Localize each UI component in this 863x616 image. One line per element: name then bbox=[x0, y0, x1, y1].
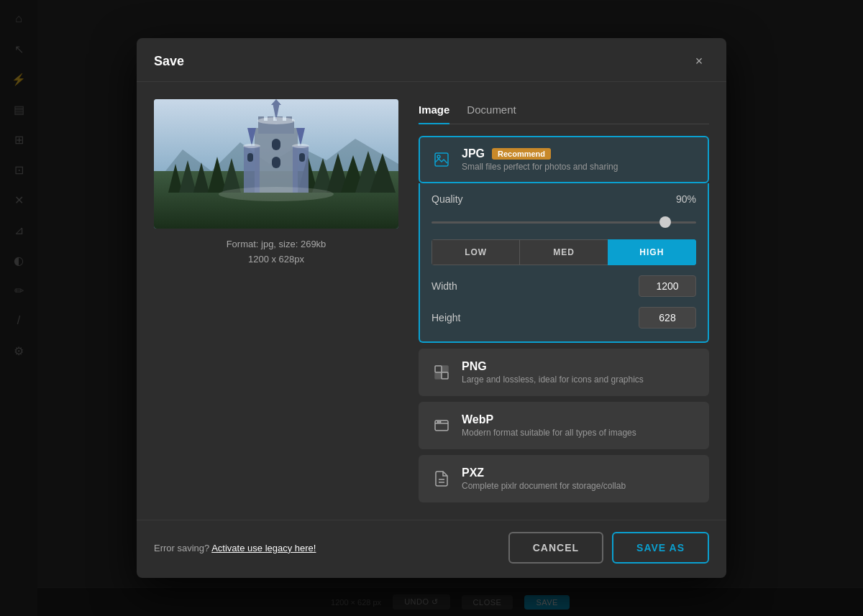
preview-image bbox=[154, 99, 398, 229]
svg-rect-26 bbox=[272, 139, 280, 150]
jpg-expanded-settings: Quality 90% LOW MED HIGH bbox=[419, 183, 709, 343]
svg-rect-29 bbox=[299, 153, 305, 162]
footer-buttons: CANCEL SAVE AS bbox=[508, 532, 709, 564]
quality-value: 90% bbox=[676, 193, 696, 205]
dialog-close-button[interactable]: × bbox=[689, 51, 709, 71]
left-panel: Format: jpg, size: 269kb 1200 x 628px bbox=[154, 99, 398, 502]
format-option-jpg[interactable]: JPG Recommend Small files perfect for ph… bbox=[419, 136, 709, 183]
jpg-icon bbox=[432, 150, 452, 170]
dialog-footer: Error saving? Activate use legacy here! … bbox=[137, 520, 726, 578]
quality-btn-high[interactable]: HIGH bbox=[608, 239, 696, 265]
save-as-button[interactable]: SAVE AS bbox=[612, 532, 709, 564]
webp-info: WebP Modern format suitable for all type… bbox=[462, 413, 696, 438]
jpg-desc: Small files perfect for photos and shari… bbox=[462, 162, 696, 172]
svg-point-41 bbox=[437, 421, 439, 423]
dialog-header: Save × bbox=[137, 38, 726, 82]
svg-rect-38 bbox=[435, 372, 442, 379]
svg-rect-23 bbox=[293, 146, 309, 193]
legacy-link: Error saving? Activate use legacy here! bbox=[154, 543, 316, 553]
pxz-desc: Complete pixlr document for storage/coll… bbox=[462, 481, 696, 491]
svg-rect-27 bbox=[272, 157, 280, 168]
webp-desc: Modern format suitable for all types of … bbox=[462, 428, 696, 438]
height-label: Height bbox=[432, 312, 460, 323]
svg-point-30 bbox=[257, 117, 295, 124]
width-input[interactable] bbox=[639, 275, 696, 297]
webp-icon bbox=[432, 415, 452, 436]
pxz-info: PXZ Complete pixlr document for storage/… bbox=[462, 466, 696, 491]
svg-point-33 bbox=[219, 187, 334, 201]
preview-info: Format: jpg, size: 269kb 1200 x 628px bbox=[227, 237, 327, 267]
svg-rect-22 bbox=[244, 146, 260, 193]
svg-rect-34 bbox=[435, 153, 448, 166]
dialog-body: Format: jpg, size: 269kb 1200 x 628px Im… bbox=[137, 82, 726, 520]
svg-point-31 bbox=[243, 144, 260, 148]
format-size-info: Format: jpg, size: 269kb bbox=[227, 237, 327, 252]
svg-rect-39 bbox=[442, 366, 448, 372]
format-list: JPG Recommend Small files perfect for ph… bbox=[419, 136, 709, 502]
tab-image[interactable]: Image bbox=[419, 99, 449, 124]
svg-point-35 bbox=[437, 155, 440, 158]
legacy-link-text[interactable]: Activate use legacy here! bbox=[211, 543, 316, 553]
jpg-info: JPG Recommend Small files perfect for ph… bbox=[462, 147, 696, 172]
quality-btn-low[interactable]: LOW bbox=[432, 239, 519, 265]
right-panel: Image Document bbox=[419, 99, 709, 502]
pxz-name: PXZ bbox=[462, 466, 696, 479]
quality-slider[interactable] bbox=[432, 221, 696, 224]
format-option-png[interactable]: PNG Large and lossless, ideal for icons … bbox=[419, 349, 709, 396]
webp-name: WebP bbox=[462, 413, 696, 426]
svg-rect-36 bbox=[435, 366, 442, 372]
quality-btn-med[interactable]: MED bbox=[519, 239, 607, 265]
quality-slider-wrap[interactable] bbox=[432, 215, 696, 229]
modal-overlay: Save × bbox=[0, 0, 863, 616]
svg-point-32 bbox=[292, 144, 309, 148]
svg-rect-37 bbox=[442, 372, 448, 379]
quality-row: Quality 90% bbox=[432, 193, 696, 205]
width-row: Width bbox=[432, 275, 696, 297]
height-input[interactable] bbox=[639, 307, 696, 328]
castle-preview-svg bbox=[154, 99, 398, 229]
pxz-icon bbox=[432, 469, 452, 489]
svg-rect-28 bbox=[247, 153, 253, 162]
png-icon bbox=[432, 362, 452, 382]
save-dialog: Save × bbox=[137, 38, 726, 578]
png-desc: Large and lossless, ideal for icons and … bbox=[462, 374, 696, 385]
height-row: Height bbox=[432, 307, 696, 328]
dialog-title: Save bbox=[154, 54, 184, 69]
jpg-name: JPG Recommend bbox=[462, 147, 696, 160]
cancel-button[interactable]: CANCEL bbox=[508, 532, 603, 564]
quality-buttons: LOW MED HIGH bbox=[432, 239, 696, 265]
svg-point-42 bbox=[439, 421, 441, 423]
png-info: PNG Large and lossless, ideal for icons … bbox=[462, 360, 696, 385]
jpg-settings: Quality 90% LOW MED HIGH bbox=[432, 183, 696, 331]
png-name: PNG bbox=[462, 360, 696, 373]
format-option-webp[interactable]: WebP Modern format suitable for all type… bbox=[419, 402, 709, 449]
quality-label: Quality bbox=[432, 193, 463, 205]
dimensions-info: 1200 x 628px bbox=[227, 252, 327, 267]
format-option-pxz[interactable]: PXZ Complete pixlr document for storage/… bbox=[419, 455, 709, 502]
recommend-badge: Recommend bbox=[492, 148, 551, 160]
tabs-container: Image Document bbox=[419, 99, 709, 124]
tab-document[interactable]: Document bbox=[467, 99, 516, 124]
width-label: Width bbox=[432, 280, 457, 292]
